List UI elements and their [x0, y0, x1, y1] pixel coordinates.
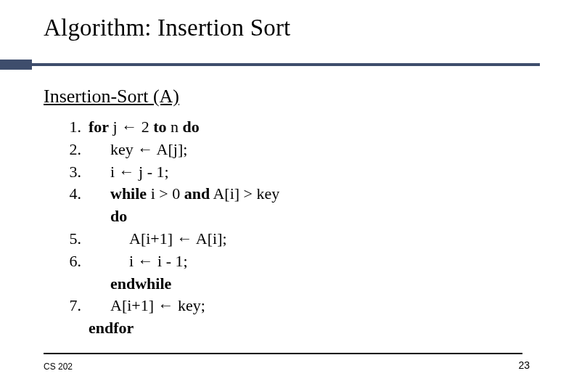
- accent-block: [0, 60, 32, 70]
- footer-page-number: 23: [518, 359, 530, 371]
- algo-line-6b: endwhile: [60, 273, 279, 295]
- text: A[i+1] ← key;: [110, 295, 205, 317]
- text: A[i] > key: [210, 184, 279, 203]
- line-number: 2.: [60, 139, 89, 161]
- slide-title: Algorithm: Insertion Sort: [44, 15, 290, 41]
- text: A[i+1] ← A[i];: [129, 228, 227, 250]
- line-number: 1.: [60, 116, 89, 139]
- footer-rule: [44, 353, 522, 354]
- algo-line-7: 7. A[i+1] ← key;: [60, 295, 279, 317]
- text: key ← A[j];: [110, 139, 187, 161]
- kw-endfor: endfor: [89, 317, 134, 340]
- line-number: 7.: [60, 295, 89, 317]
- slide: Algorithm: Insertion Sort Insertion-Sort…: [0, 0, 566, 392]
- algo-line-2: 2. key ← A[j];: [60, 139, 279, 161]
- footer-course: CS 202: [44, 362, 73, 372]
- kw-and: and: [184, 184, 210, 203]
- algo-line-4: 4. while i > 0 and A[i] > key: [60, 183, 279, 205]
- line-number: 4.: [60, 183, 89, 205]
- algo-line-3: 3. i ← j - 1;: [60, 161, 279, 184]
- algo-line-1: 1. for j ← 2 to n do: [60, 116, 279, 139]
- text: j ← 2: [109, 118, 153, 136]
- section-heading: Insertion-Sort (A): [44, 86, 179, 107]
- line-number: 5.: [60, 228, 89, 250]
- line-number: 3.: [60, 161, 89, 184]
- algo-line-8: endfor: [60, 317, 279, 340]
- text: i ← i - 1;: [129, 250, 188, 273]
- algorithm-body: 1. for j ← 2 to n do 2. key ← A[j]; 3. i…: [60, 116, 279, 340]
- kw-do: do: [183, 118, 200, 136]
- algo-line-5: 5. A[i+1] ← A[i];: [60, 228, 279, 250]
- text: n: [167, 118, 183, 136]
- line-number: 6.: [60, 250, 89, 273]
- kw-to: to: [153, 118, 166, 136]
- kw-do: do: [110, 205, 127, 228]
- kw-for: for: [89, 118, 109, 136]
- algo-line-4b: do: [60, 205, 279, 228]
- algo-line-6: 6. i ← i - 1;: [60, 250, 279, 273]
- text: i > 0: [147, 184, 184, 203]
- text: i ← j - 1;: [110, 161, 169, 184]
- kw-while: while: [110, 184, 147, 203]
- rule-line: [32, 63, 540, 66]
- kw-endwhile: endwhile: [110, 273, 171, 295]
